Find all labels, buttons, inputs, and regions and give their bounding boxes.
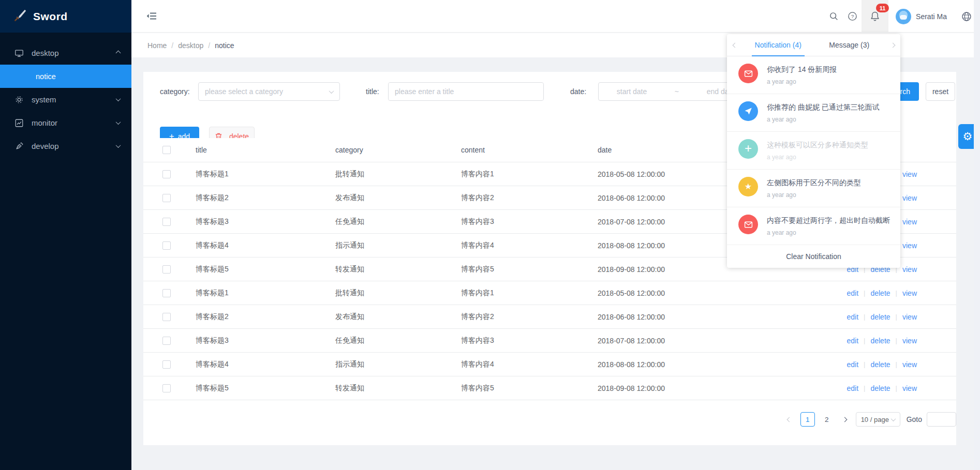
row-checkbox[interactable] xyxy=(162,194,171,202)
row-action-view[interactable]: view xyxy=(902,360,917,369)
row-action-delete[interactable]: delete xyxy=(870,384,890,392)
notification-body: 内容不要超过两行字，超出时自动截断a year ago xyxy=(767,215,890,236)
sidebar-item-label: system xyxy=(32,95,116,104)
row-action-delete[interactable]: delete xyxy=(870,313,890,321)
sidebar-collapse-icon[interactable] xyxy=(146,11,157,23)
sidebar-item-desktop[interactable]: desktop xyxy=(0,41,131,65)
pagination-page-2[interactable]: 2 xyxy=(820,412,834,427)
column-header-content: content xyxy=(461,146,598,154)
sidebar-subitem-notice[interactable]: notice xyxy=(0,65,131,88)
cell-title: 博客标题4 xyxy=(196,241,335,250)
notification-time: a year ago xyxy=(767,116,880,123)
start-date-placeholder: start date xyxy=(617,87,647,96)
sidebar-item-monitor[interactable]: monitor xyxy=(0,111,131,134)
cell-title: 博客标题2 xyxy=(196,312,335,322)
page-size-select[interactable]: 10 / page xyxy=(856,412,900,427)
breadcrumb-item-Home[interactable]: Home xyxy=(147,41,167,50)
pagination-prev-button[interactable] xyxy=(783,412,796,427)
clear-notification-button[interactable]: Clear Notification xyxy=(727,245,900,268)
action-separator: | xyxy=(864,313,865,321)
notification-bell-button[interactable]: 11 xyxy=(862,0,888,33)
row-action-view[interactable]: view xyxy=(902,313,917,321)
sidebar-menu: desktopnoticesystemmonitordevelop xyxy=(0,33,131,158)
select-all-checkbox[interactable] xyxy=(162,146,171,154)
help-icon[interactable]: ? xyxy=(843,0,862,33)
tab-notification[interactable]: Notification (4) xyxy=(743,34,814,56)
row-action-view[interactable]: view xyxy=(902,170,917,178)
row-action-view[interactable]: view xyxy=(902,241,917,250)
row-action-view[interactable]: view xyxy=(902,218,917,226)
row-checkbox[interactable] xyxy=(162,384,171,392)
category-select[interactable]: please select a category xyxy=(198,82,340,101)
sidebar-item-develop[interactable]: develop xyxy=(0,134,131,158)
notification-item[interactable]: 你收到了 14 份新周报a year ago xyxy=(727,56,900,94)
row-checkbox[interactable] xyxy=(162,313,171,321)
row-action-edit[interactable]: edit xyxy=(847,313,858,321)
notification-list: 你收到了 14 份新周报a year ago你推荐的 曲妮妮 已通过第三轮面试a… xyxy=(727,56,900,245)
cell-category: 指示通知 xyxy=(335,360,461,369)
notification-item[interactable]: +这种模板可以区分多种通知类型a year ago xyxy=(727,132,900,170)
cell-date: 2018-08-08 12:00:00 xyxy=(598,360,805,369)
sidebar-item-label: desktop xyxy=(32,49,116,57)
row-action-edit[interactable]: edit xyxy=(847,384,858,392)
row-action-delete[interactable]: delete xyxy=(870,360,890,369)
search-icon[interactable] xyxy=(824,0,843,33)
mail-icon xyxy=(738,64,758,83)
logo[interactable]: Sword xyxy=(0,0,131,33)
row-action-edit[interactable]: edit xyxy=(847,289,858,297)
gear-icon xyxy=(14,95,24,104)
breadcrumb-separator: / xyxy=(171,41,173,50)
pagination-page-1[interactable]: 1 xyxy=(800,412,815,427)
topbar: ? 11 Serati Ma xyxy=(131,0,980,33)
cell-category: 发布通知 xyxy=(335,193,461,203)
cell-category: 批转通知 xyxy=(335,289,461,298)
row-checkbox[interactable] xyxy=(162,289,171,297)
row-action-view[interactable]: view xyxy=(902,337,917,345)
action-separator: | xyxy=(896,384,897,392)
row-checkbox[interactable] xyxy=(162,337,171,345)
chevron-down-icon xyxy=(116,96,121,101)
row-action-delete[interactable]: delete xyxy=(870,289,890,297)
row-checkbox[interactable] xyxy=(162,218,171,226)
reset-button[interactable]: reset xyxy=(926,82,955,101)
notification-item[interactable]: ★左侧图标用于区分不同的类型a year ago xyxy=(727,170,900,207)
bell-icon xyxy=(870,11,880,22)
language-globe-icon[interactable] xyxy=(957,0,976,33)
cell-title: 博客标题3 xyxy=(196,336,335,345)
page-size-value: 10 / page xyxy=(861,416,889,423)
cell-content: 博客内容2 xyxy=(461,312,598,322)
column-header-category: category xyxy=(335,146,461,154)
app-title: Sword xyxy=(33,10,68,23)
row-checkbox[interactable] xyxy=(162,170,171,178)
notification-body: 你收到了 14 份新周报a year ago xyxy=(767,64,837,85)
notification-item[interactable]: 你推荐的 曲妮妮 已通过第三轮面试a year ago xyxy=(727,94,900,132)
cell-title: 博客标题5 xyxy=(196,265,335,274)
sword-logo-icon xyxy=(13,9,27,24)
chevron-down-icon xyxy=(890,416,896,421)
sidebar-item-system[interactable]: system xyxy=(0,88,131,111)
row-action-view[interactable]: view xyxy=(902,194,917,202)
breadcrumb-item-notice: notice xyxy=(215,41,234,50)
tab-message[interactable]: Message (3) xyxy=(814,34,885,56)
page-scrollbar[interactable] xyxy=(974,0,980,470)
row-action-delete[interactable]: delete xyxy=(870,337,890,345)
notification-body: 左侧图标用于区分不同的类型a year ago xyxy=(767,177,861,199)
user-name[interactable]: Serati Ma xyxy=(916,12,947,21)
breadcrumb-item-desktop[interactable]: desktop xyxy=(178,41,203,50)
row-action-edit[interactable]: edit xyxy=(847,360,858,369)
goto-page-input[interactable] xyxy=(927,412,956,427)
tabs-next-icon[interactable] xyxy=(885,43,900,47)
row-action-view[interactable]: view xyxy=(902,289,917,297)
row-checkbox[interactable] xyxy=(162,265,171,274)
pagination-next-button[interactable] xyxy=(839,412,851,427)
row-checkbox[interactable] xyxy=(162,241,171,250)
row-checkbox[interactable] xyxy=(162,360,171,369)
avatar[interactable] xyxy=(896,9,911,24)
notification-item[interactable]: 内容不要超过两行字，超出时自动截断a year ago xyxy=(727,207,900,245)
row-action-view[interactable]: view xyxy=(902,265,917,274)
tabs-prev-icon[interactable] xyxy=(727,43,743,47)
title-input[interactable] xyxy=(389,83,543,100)
row-action-edit[interactable]: edit xyxy=(847,337,858,345)
category-label: category: xyxy=(160,82,190,101)
row-action-view[interactable]: view xyxy=(902,384,917,392)
